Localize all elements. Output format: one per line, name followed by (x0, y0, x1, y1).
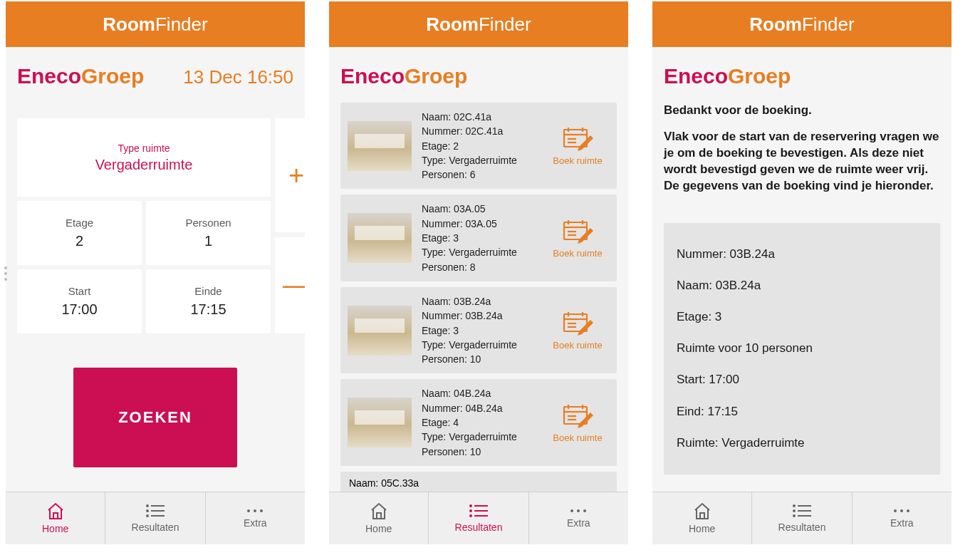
room-type-selector[interactable]: Type ruimte Vergaderruimte (17, 118, 271, 197)
screen-confirmation: RoomFinder EnecoGroep Bedankt voor de bo… (652, 1, 952, 544)
increment-button[interactable]: + (275, 118, 305, 232)
room-info: Naam: 03B.24aNummer: 03B.24aEtage: 3Type… (412, 294, 546, 366)
app-header: RoomFinder (6, 1, 305, 47)
end-value: 17:15 (190, 301, 226, 318)
book-label: Boek ruimte (553, 248, 602, 259)
end-label: Einde (194, 285, 221, 297)
summary-etage: Etage: 3 (677, 301, 927, 333)
booking-summary: Nummer: 03B.24a Naam: 03B.24a Etage: 3 R… (664, 223, 940, 475)
floor-label: Etage (66, 217, 93, 229)
home-icon (46, 502, 66, 520)
header-title-bold: Room (103, 14, 155, 36)
dots-icon (891, 507, 912, 514)
summary-eind: Eind: 17:15 (677, 396, 927, 427)
search-button[interactable]: ZOEKEN (73, 368, 237, 467)
start-value: 17:00 (61, 301, 97, 318)
book-room-button[interactable]: Boek ruimte (546, 218, 610, 259)
summary-ruimte: Ruimte: Vergaderruimte (677, 427, 927, 459)
svg-point-33 (470, 505, 471, 507)
book-icon (546, 218, 610, 244)
end-time-selector[interactable]: Einde 17:15 (146, 269, 271, 333)
header-title-light: Finder (155, 14, 208, 36)
book-label: Boek ruimte (553, 155, 602, 166)
room-type-label: Type ruimte (118, 142, 170, 154)
tab-extra[interactable]: Extra (206, 492, 305, 544)
start-time-selector[interactable]: Start 17:00 (17, 269, 142, 333)
svg-point-50 (907, 509, 909, 512)
svg-point-40 (577, 509, 580, 512)
app-header: RoomFinder (652, 1, 952, 47)
decrement-button[interactable]: — (275, 237, 305, 333)
book-icon (546, 310, 610, 336)
room-info: Naam: 02C.41aNummer: 02C.41aEtage: 2Type… (412, 110, 546, 182)
home-icon (692, 502, 712, 520)
summary-nummer: Nummer: 03B.24a (677, 239, 927, 270)
svg-point-44 (793, 510, 795, 512)
room-thumbnail (348, 398, 412, 447)
svg-point-0 (147, 505, 148, 507)
bottom-nav: Home Resultaten Extra (329, 492, 628, 544)
results-list: Naam: 02C.41aNummer: 02C.41aEtage: 2Type… (340, 103, 617, 466)
book-icon (546, 125, 610, 151)
svg-point-49 (900, 509, 903, 512)
svg-point-41 (583, 509, 586, 512)
brand-logo: EnecoGroep (340, 64, 467, 88)
persons-value: 1 (204, 233, 212, 249)
page-indicator (4, 266, 7, 281)
list-icon (791, 503, 813, 519)
svg-point-6 (247, 509, 250, 512)
book-room-button[interactable]: Boek ruimte (546, 125, 610, 166)
row-naam-label: Naam (349, 477, 375, 489)
tab-extra[interactable]: Extra (853, 492, 952, 544)
svg-point-35 (470, 510, 471, 512)
plus-icon: + (288, 160, 304, 191)
bottom-nav: Home Resultaten Extra (6, 492, 305, 544)
tab-home[interactable]: Home (6, 492, 105, 544)
result-row[interactable]: Naam: 03A.05Nummer: 03A.05Etage: 3Type: … (340, 195, 617, 281)
start-label: Start (68, 285, 91, 297)
tab-results[interactable]: Resultaten (429, 492, 528, 544)
confirmation-heading: Bedankt voor de boeking. (664, 103, 940, 119)
book-icon (546, 403, 610, 428)
tab-home[interactable]: Home (652, 492, 752, 544)
result-row[interactable]: Naam: 04B.24aNummer: 04B.24aEtage: 4Type… (340, 379, 617, 465)
book-label: Boek ruimte (553, 340, 602, 351)
result-row-partial[interactable]: Naam: 05C.33a (340, 472, 617, 492)
screen-results: RoomFinder EnecoGroep Naam: 02C.41aNumme… (329, 1, 628, 544)
svg-point-7 (254, 509, 256, 512)
svg-point-2 (147, 510, 148, 512)
app-header: RoomFinder (329, 1, 628, 47)
floor-value: 2 (75, 233, 83, 249)
tab-home[interactable]: Home (329, 492, 429, 544)
screen-home: RoomFinder EnecoGroep 13 Dec 16:50 Type … (6, 1, 305, 544)
tab-extra[interactable]: Extra (529, 492, 628, 544)
brand-logo: EnecoGroep (17, 64, 144, 88)
svg-point-46 (793, 515, 795, 517)
book-label: Boek ruimte (553, 432, 602, 443)
svg-point-39 (570, 509, 573, 512)
svg-point-42 (793, 505, 795, 507)
dots-icon (244, 507, 266, 514)
minus-icon: — (283, 270, 305, 301)
room-info: Naam: 03A.05Nummer: 03A.05Etage: 3Type: … (412, 202, 546, 274)
list-icon (468, 503, 489, 519)
tab-results[interactable]: Resultaten (105, 492, 205, 544)
book-room-button[interactable]: Boek ruimte (546, 403, 610, 443)
floor-selector[interactable]: Etage 2 (17, 201, 142, 265)
persons-selector[interactable]: Personen 1 (146, 201, 271, 265)
svg-point-37 (470, 515, 471, 517)
list-icon (145, 503, 166, 519)
result-row[interactable]: Naam: 03B.24aNummer: 03B.24aEtage: 3Type… (340, 287, 617, 373)
tab-results[interactable]: Resultaten (752, 492, 852, 544)
book-room-button[interactable]: Boek ruimte (546, 310, 610, 351)
summary-naam: Naam: 03B.24a (677, 270, 927, 301)
result-row[interactable]: Naam: 02C.41aNummer: 02C.41aEtage: 2Type… (340, 103, 617, 189)
room-info: Naam: 04B.24aNummer: 04B.24aEtage: 4Type… (412, 386, 546, 458)
svg-point-8 (260, 509, 263, 512)
room-thumbnail (348, 213, 412, 263)
home-icon (369, 502, 389, 520)
persons-label: Personen (185, 217, 231, 229)
summary-start: Start: 17:00 (677, 364, 927, 395)
bottom-nav: Home Resultaten Extra (652, 492, 952, 544)
svg-point-4 (147, 515, 148, 517)
